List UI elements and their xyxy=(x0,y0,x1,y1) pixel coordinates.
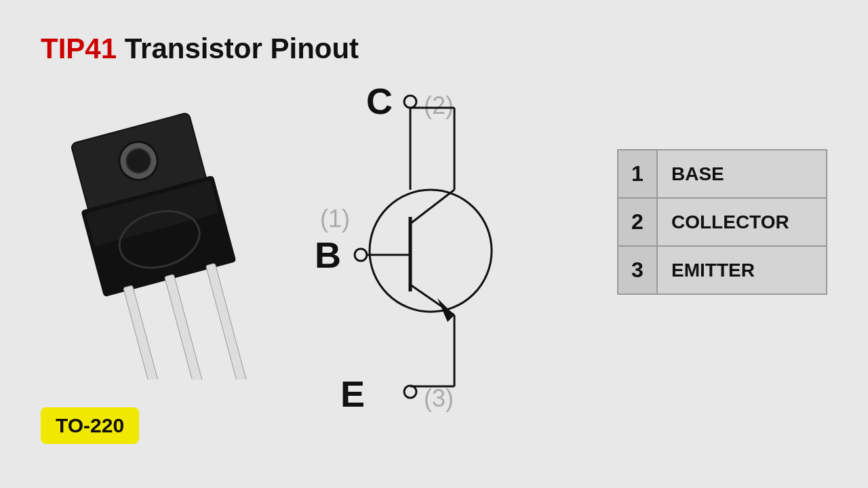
page-title: TIP41 Transistor Pinout xyxy=(41,33,359,65)
pin-name: BASE xyxy=(657,150,827,198)
svg-rect-6 xyxy=(123,285,161,380)
svg-text:E: E xyxy=(340,373,365,413)
page: TIP41 Transistor Pinout xyxy=(0,0,868,488)
transistor-svg: 1 2 3 xyxy=(41,88,298,380)
pin-number: 1 xyxy=(618,150,657,198)
table-row: 2COLLECTOR xyxy=(618,198,827,246)
pin-number: 2 xyxy=(618,198,657,246)
svg-text:(3): (3) xyxy=(424,384,454,412)
schematic-svg: C (2) B (1) xyxy=(305,75,563,413)
transistor-illustration: 1 2 3 xyxy=(41,88,298,382)
svg-text:C: C xyxy=(366,81,393,121)
svg-point-18 xyxy=(355,249,367,261)
svg-rect-8 xyxy=(205,263,246,380)
schematic-diagram: C (2) B (1) xyxy=(305,75,563,416)
title-part2: Transistor Pinout xyxy=(117,33,359,64)
package-badge: TO-220 xyxy=(41,407,139,444)
table-row: 3EMITTER xyxy=(618,246,827,294)
title-part1: TIP41 xyxy=(41,33,117,64)
svg-point-30 xyxy=(404,386,416,398)
package-label: TO-220 xyxy=(56,414,124,436)
svg-text:(2): (2) xyxy=(424,92,454,119)
svg-rect-7 xyxy=(165,274,204,380)
title-area: TIP41 Transistor Pinout xyxy=(41,33,359,65)
pin-table: 1BASE2COLLECTOR3EMITTER xyxy=(617,149,827,295)
pin-name: COLLECTOR xyxy=(657,198,827,246)
svg-line-22 xyxy=(410,190,454,224)
pin-name: EMITTER xyxy=(657,246,827,294)
table-row: 1BASE xyxy=(618,150,827,198)
svg-point-13 xyxy=(404,96,416,108)
pin-number: 3 xyxy=(618,246,657,294)
svg-text:(1): (1) xyxy=(320,205,350,232)
svg-text:B: B xyxy=(315,235,341,275)
